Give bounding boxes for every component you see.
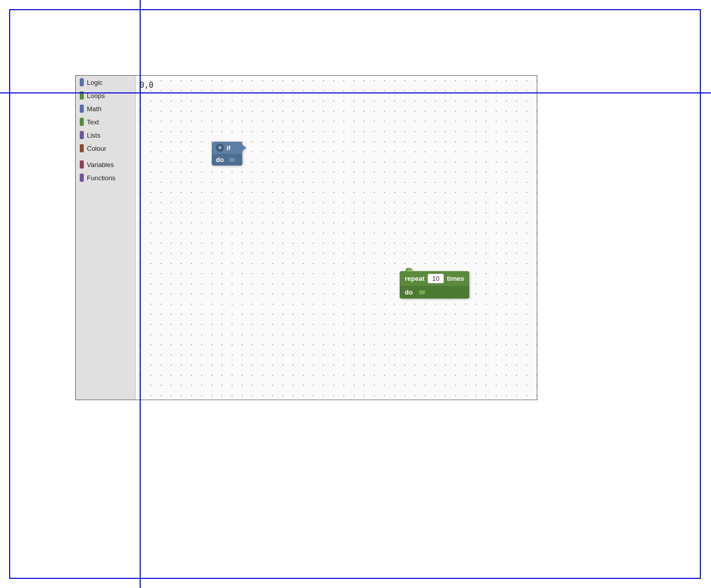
sidebar-item-label-functions: Functions [87, 174, 115, 182]
repeat-number-input[interactable] [428, 274, 444, 283]
times-label: times [447, 275, 464, 282]
gear-icon: ⚙ [216, 144, 224, 152]
sidebar-item-label-lists: Lists [87, 132, 101, 139]
sidebar-item-functions[interactable]: Functions [76, 171, 135, 184]
coordinates-label: 0,0 [140, 81, 153, 90]
math-color-indicator [80, 105, 84, 113]
repeat-block-top-notch [407, 269, 413, 272]
blockly-workspace[interactable]: Logic Loops Math Text Lists Colour Varia… [75, 75, 537, 400]
repeat-do-label: do [405, 288, 413, 296]
repeat-block-wrapper: repeat times do [400, 271, 469, 299]
repeat-block[interactable]: repeat times do [400, 271, 469, 299]
functions-color-indicator [80, 174, 84, 182]
logic-color-indicator [80, 78, 84, 86]
repeat-label: repeat [405, 275, 425, 282]
variables-color-indicator [80, 160, 84, 169]
repeat-block-notch [419, 290, 425, 295]
sidebar-item-variables[interactable]: Variables [76, 158, 135, 171]
do-label: do [216, 156, 224, 164]
crosshair-vertical-line [140, 0, 141, 588]
if-block-top-row: ⚙ if [212, 142, 242, 154]
text-color-indicator [80, 118, 84, 126]
sidebar-item-label-variables: Variables [87, 161, 114, 169]
sidebar-item-label-logic: Logic [87, 79, 103, 86]
if-label: if [227, 144, 231, 152]
toolbox-panel: Logic Loops Math Text Lists Colour Varia… [76, 76, 136, 400]
colour-color-indicator [80, 144, 84, 152]
if-block-notch [229, 158, 235, 162]
sidebar-item-label-colour: Colour [87, 145, 106, 152]
if-block-bottom-row: do [212, 154, 242, 166]
repeat-block-top-row: repeat times [400, 271, 469, 286]
if-block-shape: ⚙ if do [212, 142, 242, 166]
canvas-area[interactable]: 0,0 ⚙ if do repeat [136, 76, 537, 400]
lists-color-indicator [80, 131, 84, 139]
repeat-block-bottom-row: do [400, 286, 469, 299]
crosshair-horizontal-line [0, 92, 711, 93]
sidebar-item-logic[interactable]: Logic [76, 76, 135, 89]
sidebar-item-label-math: Math [87, 105, 102, 113]
sidebar-item-loops[interactable]: Loops [76, 89, 135, 102]
sidebar-item-math[interactable]: Math [76, 102, 135, 115]
sidebar-item-colour[interactable]: Colour [76, 142, 135, 155]
sidebar-item-text[interactable]: Text [76, 115, 135, 128]
sidebar-item-label-text: Text [87, 118, 99, 126]
if-block[interactable]: ⚙ if do [212, 142, 242, 166]
sidebar-item-lists[interactable]: Lists [76, 128, 135, 142]
